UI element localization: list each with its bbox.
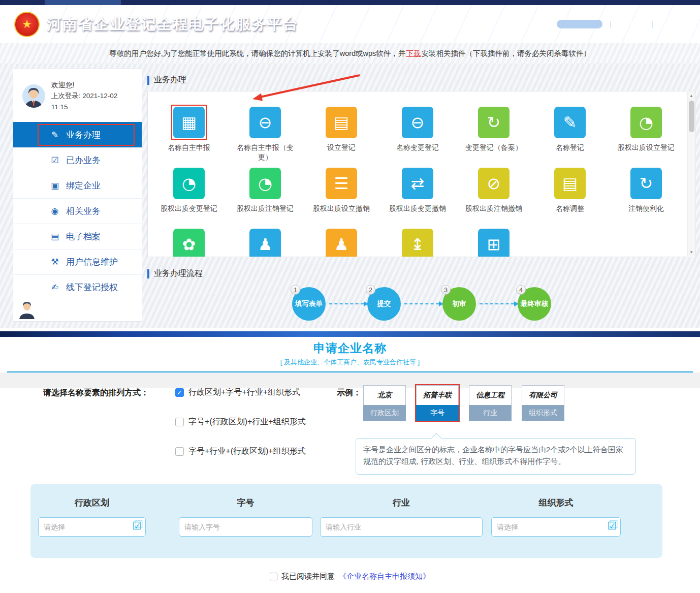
service-equity-pledge-change-revoke[interactable]: ⇄ 股权出质变更撤销	[379, 168, 456, 229]
checkbox-icon[interactable]	[175, 447, 184, 456]
dashed-arrow-icon	[404, 303, 439, 304]
service-change-registration-filing[interactable]: ↻ 变更登记（备案）	[456, 107, 532, 168]
tulip-icon: ✿	[173, 229, 205, 257]
region-select[interactable]: ☑	[38, 517, 146, 537]
example-box-region: 北京 行政区划	[363, 385, 406, 421]
option-tradename-region-industry-orgform[interactable]: 字号+(行政区划)+行业+组织形式	[175, 416, 306, 427]
checkbox-checked-icon[interactable]	[175, 388, 184, 397]
title-bar	[147, 269, 149, 278]
service-name-self-declaration[interactable]: ▦ 名称自主申报	[151, 107, 227, 168]
pencil-doc-icon: ✎	[50, 130, 60, 140]
sidebar-item-business-handling[interactable]: ✎ 业务办理	[13, 122, 142, 147]
sidebar-item-user-info-maintenance[interactable]: ⚒ 用户信息维护	[13, 249, 142, 274]
example-label: 示例：	[337, 388, 361, 398]
site-title: 河南省企业登记全程电子化服务平台	[47, 14, 299, 35]
option-region-tradename-industry-orgform[interactable]: 行政区划+字号+行业+组织形式	[175, 387, 306, 398]
scroll-up-arrow-icon[interactable]: ▲	[688, 92, 695, 100]
service-extra-2[interactable]: ♟	[227, 229, 303, 257]
agree-checkbox[interactable]	[270, 573, 277, 580]
ban-icon: ⊘	[478, 168, 510, 199]
vertical-scrollbar[interactable]: ▲ ▼	[687, 92, 695, 256]
tools-icon: ⚒	[50, 257, 60, 267]
scroll-down-arrow-icon[interactable]: ▼	[688, 248, 695, 256]
industry-field[interactable]	[320, 517, 483, 537]
example-box-orgform: 有限公司 组织形式	[522, 385, 564, 421]
service-equity-pledge-cancellation-revoke[interactable]: ⊘ 股权出质注销撤销	[456, 168, 532, 229]
repeat-icon: ↻	[630, 168, 662, 199]
sidebar-item-bind-enterprise[interactable]: ▣ 绑定企业	[13, 173, 142, 198]
select-checkbox-icon[interactable]: ☑	[132, 520, 142, 531]
section-gap	[0, 328, 700, 331]
service-extra-4[interactable]: ↨	[379, 229, 456, 257]
main-content: 业务办理 ▦ 名称自主申报 ⊖ 名称自主申报（变更） ▤ 设立登记	[147, 64, 696, 328]
header: ★ 河南省企业登记全程电子化服务平台 欢迎您, | 首页 | 退出	[0, 5, 700, 43]
building-icon: ▦	[173, 107, 205, 138]
service-extra-3[interactable]: ♟	[303, 229, 379, 257]
title-bar	[147, 76, 149, 85]
sidebar-item-related-business[interactable]: ◉ 相关业务	[13, 198, 142, 224]
service-extra-1[interactable]: ✿	[151, 229, 227, 257]
service-establishment-registration[interactable]: ▤ 设立登记	[303, 107, 379, 168]
gray-band	[0, 372, 700, 388]
separator: |	[610, 20, 612, 28]
field-label-industry: 行业	[320, 497, 483, 509]
tooltip-caret	[431, 433, 441, 443]
tradename-tooltip: 字号是企业之间区分的标志，企业名称中的字号应当由2个或2个以上符合国家规范的汉字…	[356, 438, 636, 475]
power-icon	[660, 21, 667, 28]
person-refresh-icon: ♟	[326, 229, 357, 257]
region-input[interactable]	[39, 518, 145, 536]
option-tradename-industry-region-orgform[interactable]: 字号+行业+(行政区划)+组织形式	[175, 446, 306, 457]
archive-box-icon: ▤	[50, 231, 60, 242]
tradename-field[interactable]	[179, 517, 312, 537]
flow-step-fill-form: 1 填写表单	[292, 287, 326, 321]
avatar-person-icon	[23, 86, 44, 108]
top-strip	[0, 0, 700, 5]
example-box-tradename-highlighted: 拓普丰联 字号	[416, 385, 459, 421]
sidebar-item-offline-registration-authorization[interactable]: ✍ 线下登记授权	[13, 274, 142, 300]
home-link[interactable]: 首页	[618, 19, 644, 29]
service-equity-pledge-establishment-revoke[interactable]: ☰ 股权出质设立撤销	[303, 168, 379, 229]
logout-link[interactable]: 退出	[660, 19, 686, 29]
orgform-input[interactable]	[492, 518, 620, 536]
list-undo-icon: ☰	[326, 168, 357, 199]
notice-text: 尊敬的用户您好,为了您能正常使用此系统，请确保您的计算机上安装了word或wps…	[109, 49, 405, 58]
tradename-input[interactable]	[179, 518, 312, 536]
service-name-self-declaration-change[interactable]: ⊖ 名称自主申报（变更）	[227, 107, 303, 168]
sidebar-item-completed-business[interactable]: ☑ 已办业务	[13, 147, 142, 173]
arrange-mode-label: 请选择名称要素的排列方式：	[43, 388, 149, 398]
service-name-adjustment[interactable]: ▤ 名称调整	[532, 168, 608, 229]
service-name-registration[interactable]: ✎ 名称登记	[532, 107, 608, 168]
field-label-region: 行政区划	[38, 497, 146, 509]
process-flow: 1 填写表单 2 提交 3 初审 4 最终审核	[147, 287, 696, 321]
service-cancellation-facilitation[interactable]: ↻ 注销便利化	[608, 168, 684, 229]
declaration-notice-link[interactable]: 《企业名称自主申报须知》	[339, 572, 430, 581]
step-number: 1	[291, 285, 300, 295]
flow-step-submit: 2 提交	[367, 287, 401, 321]
clipboard-icon: ▤	[326, 107, 357, 138]
step-number: 3	[441, 285, 451, 295]
scrollbar-thumb[interactable]	[689, 101, 694, 132]
industry-input[interactable]	[321, 518, 482, 536]
doc-search-icon: ◉	[50, 206, 60, 216]
service-extra-5[interactable]: ⊞	[456, 229, 532, 257]
download-link[interactable]: 下载	[406, 49, 421, 58]
sidebar-item-electronic-archives[interactable]: ▤ 电子档案	[13, 224, 142, 249]
checkbox-icon[interactable]	[175, 418, 184, 426]
field-label-orgform: 组织形式	[491, 497, 621, 509]
user-icon	[519, 20, 526, 28]
step-number: 4	[516, 285, 526, 295]
dashed-arrow-icon	[329, 303, 364, 304]
pie-chart-minus-icon: ◔	[173, 168, 205, 199]
notice-text: 安装相关插件（下载插件前，请务必关闭杀毒软件）	[421, 49, 591, 58]
clipboard-pencil-icon: ✍	[50, 282, 60, 293]
clipboard-minus-icon: ⊖	[402, 107, 433, 138]
service-equity-pledge-establishment[interactable]: ◔ 股权出质设立登记	[608, 107, 684, 168]
orgform-select[interactable]: ☑	[491, 517, 621, 537]
select-checkbox-icon[interactable]: ☑	[607, 520, 617, 531]
service-name-change-registration[interactable]: ⊖ 名称变更登记	[379, 107, 456, 168]
service-equity-pledge-cancellation[interactable]: ◔ 股权出质注销登记	[227, 168, 303, 229]
service-equity-pledge-change[interactable]: ◔ 股权出质变更登记	[151, 168, 227, 229]
clipboard-pencil-icon: ✎	[554, 107, 586, 138]
agree-text: 我已阅读并同意	[281, 572, 335, 581]
apply-subtitle: [ 及其他企业、个体工商户、农民专业合作社等 ]	[0, 358, 700, 367]
